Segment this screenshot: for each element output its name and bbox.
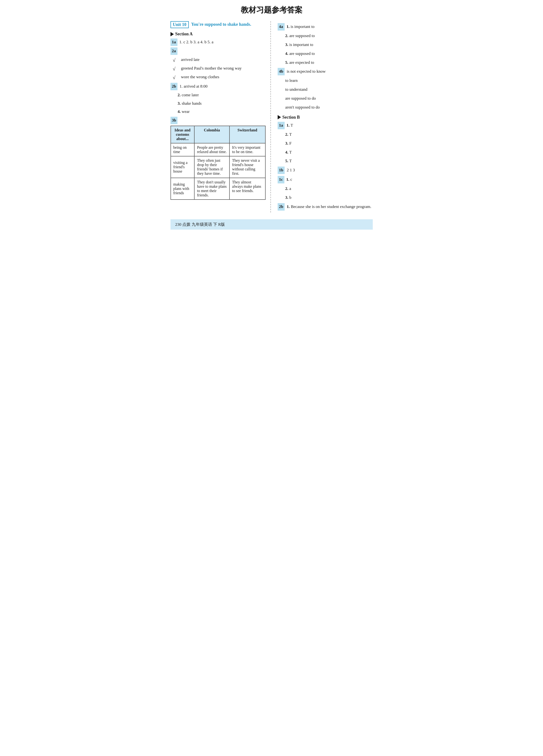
table-row-3: making plans with friends They don't usu… bbox=[171, 178, 265, 200]
ex-4b-item-5: aren't supposed to do bbox=[286, 104, 373, 111]
ex-3b-label-line: 3b bbox=[170, 117, 265, 124]
r-ex-1a-item-5: 5. T bbox=[286, 158, 373, 165]
r-ex-2b: 2b 1. Because she is on her student exch… bbox=[278, 203, 373, 211]
unit-label: Unit 10 bbox=[170, 21, 189, 28]
table-header-1: Colombia bbox=[194, 126, 229, 143]
triangle-icon bbox=[170, 32, 174, 36]
section-b-label: Section B bbox=[283, 115, 300, 120]
r-ex-2b-num-1: 1. bbox=[287, 204, 290, 209]
ex-2b-num-3: 3. bbox=[178, 101, 181, 106]
unit-header: Unit 10 You're supposed to shake hands. bbox=[170, 21, 265, 28]
row-1-switzerland: It's very important to be on time. bbox=[229, 143, 265, 156]
triangle-icon-b bbox=[278, 115, 281, 119]
ex-4a-val-2: are supposed to bbox=[290, 33, 315, 38]
r-ex-1c-item-3: 3. b bbox=[286, 194, 373, 201]
r-ex-1c-item-2: 2. a bbox=[286, 185, 373, 192]
ex-2a-item-2: √ greeted Paul's mother the wrong way bbox=[173, 65, 265, 73]
ex-2b-val-2: come later bbox=[182, 93, 199, 97]
footer: 230 点拨 九年级英语 下 R版 bbox=[170, 219, 373, 230]
ex-2a-text-3: wore the wrong clothes bbox=[181, 74, 219, 80]
r-ex-1a-item-4: 4. T bbox=[286, 149, 373, 156]
r-ex-1c-val-1: c bbox=[291, 177, 292, 182]
table-row-1: being on time People are pretty relaxed … bbox=[171, 143, 265, 156]
row-1-label: being on time bbox=[171, 143, 194, 156]
row-1-colombia: People are pretty relaxed about time. bbox=[194, 143, 229, 156]
ex-2b-item-4: 4. wear bbox=[178, 108, 265, 115]
ex-4a-val-3: is important to bbox=[290, 42, 313, 47]
ex-2b-num-2: 2. bbox=[178, 93, 181, 97]
ex-4a-num-1: 1. bbox=[287, 24, 290, 29]
ex-4a-item-5: 5. are expected to bbox=[286, 59, 373, 66]
ex-2a-label: 2a bbox=[170, 47, 177, 55]
ex-4a-num-4: 4. bbox=[286, 51, 289, 56]
r-ex-1a-num-1: 1. bbox=[287, 123, 290, 128]
table-header-2: Switzerland bbox=[229, 126, 265, 143]
ex-2b-label: 2b bbox=[170, 83, 178, 90]
ex-2a: 2a bbox=[170, 47, 265, 55]
r-ex-1a-header: 1a 1. T bbox=[278, 122, 373, 129]
ex-4a-item-2: 2. are supposed to bbox=[286, 32, 373, 39]
ex-2b-num-4: 4. bbox=[178, 109, 181, 114]
ex-2b: 2b 1. arrived at 8:00 bbox=[170, 83, 265, 90]
ex-2a-item-1: √ arrived late bbox=[173, 56, 265, 64]
page-title: 教材习题参考答案 bbox=[170, 5, 373, 15]
row-3-colombia: They don't usually have to make plans to… bbox=[194, 178, 229, 200]
r-ex-2b-val-1: Because she is on her student exchange p… bbox=[291, 204, 371, 209]
r-ex-1a-item-3: 3. F bbox=[286, 140, 373, 147]
ex-3b-label: 3b bbox=[170, 117, 178, 124]
ex-2b-item-1: 1. arrived at 8:00 bbox=[180, 84, 207, 89]
right-column: 4a 1. is important to 2. are supposed to… bbox=[271, 21, 373, 213]
ex-4a-num-2: 2. bbox=[286, 33, 289, 38]
unit-title: You're supposed to shake hands. bbox=[191, 21, 251, 28]
r-ex-2b-label: 2b bbox=[278, 203, 285, 211]
ex-4a-val-4: are supposed to bbox=[290, 51, 315, 56]
r-ex-1c-label: 1c bbox=[278, 176, 285, 183]
ex-1a-label: 1a bbox=[170, 39, 177, 46]
footer-text: 230 点拨 九年级英语 下 R版 bbox=[175, 222, 225, 227]
ex-2a-text-2: greeted Paul's mother the wrong way bbox=[181, 65, 242, 71]
row-3-switzerland: They almost always make plans to see fri… bbox=[229, 178, 265, 200]
r-ex-1c-header: 1c 1. c bbox=[278, 176, 373, 183]
check-icon-1: √ bbox=[173, 56, 179, 64]
row-2-colombia: They often just drop by their friends' h… bbox=[194, 156, 229, 178]
r-ex-1b: 1b 2 1 3 bbox=[278, 167, 373, 174]
section-b-header: Section B bbox=[278, 115, 373, 120]
r-ex-1a-label: 1a bbox=[278, 122, 285, 129]
row-2-label: visiting a friend's house bbox=[171, 156, 194, 178]
ex-4a-label: 4a bbox=[278, 23, 285, 31]
r-ex-1c-num-1: 1. bbox=[286, 177, 290, 182]
ex-2a-text-1: arrived late bbox=[181, 56, 199, 63]
section-a-header: Section A bbox=[170, 32, 265, 37]
ex-2a-item-3: √ wore the wrong clothes bbox=[173, 74, 265, 81]
ex-2b-val-4: wear bbox=[182, 109, 190, 114]
ex-4a-val-1: is important to bbox=[291, 24, 315, 29]
ex-2b-val-3: shake hands bbox=[182, 101, 202, 106]
table-header-0: Ideas and customs about... bbox=[171, 126, 194, 143]
row-3-label: making plans with friends bbox=[171, 178, 194, 200]
ex-2b-item-3: 3. shake hands bbox=[178, 100, 265, 107]
check-icon-3: √ bbox=[173, 74, 179, 81]
ex-1a-answers: 1. c 2. b 3. a 4. b 5. a bbox=[179, 40, 213, 44]
ex-2b-item-2: 2. come later bbox=[178, 92, 265, 99]
ex-4b-item-3: to understand bbox=[286, 86, 373, 93]
check-icon-2: √ bbox=[173, 65, 179, 73]
ex-4b-val-1: is not expected to know bbox=[287, 69, 326, 74]
ex-4a-header: 4a 1. is important to bbox=[278, 23, 373, 31]
table-3b: Ideas and customs about... Colombia Swit… bbox=[170, 126, 265, 200]
ex-4a-val-5: are expected to bbox=[290, 60, 314, 65]
ex-1a: 1a 1. c 2. b 3. a 4. b 5. a bbox=[170, 39, 265, 46]
r-ex-1a-val-1: T bbox=[291, 123, 293, 128]
r-ex-1b-answer: 2 1 3 bbox=[287, 168, 295, 172]
ex-4b-item-2: to learn bbox=[286, 77, 373, 84]
ex-4b-label: 4b bbox=[278, 68, 285, 75]
section-a-label: Section A bbox=[175, 32, 193, 37]
ex-4b-header: 4b is not expected to know bbox=[278, 68, 373, 75]
table-row-2: visiting a friend's house They often jus… bbox=[171, 156, 265, 178]
left-column: Unit 10 You're supposed to shake hands. … bbox=[170, 21, 271, 213]
ex-4a-item-4: 4. are supposed to bbox=[286, 50, 373, 57]
ex-4a-num-5: 5. bbox=[286, 60, 289, 65]
ex-4a-item-3: 3. is important to bbox=[286, 41, 373, 48]
r-ex-1b-label: 1b bbox=[278, 167, 285, 174]
r-ex-1a-item-2: 2. T bbox=[286, 131, 373, 138]
row-2-switzerland: They never visit a friend's house withou… bbox=[229, 156, 265, 178]
